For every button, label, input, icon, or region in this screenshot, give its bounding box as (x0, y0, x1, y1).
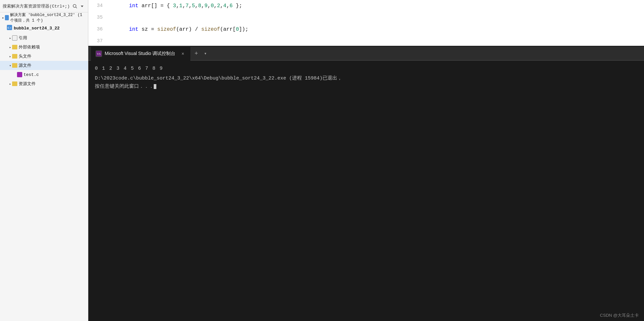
solution-expand-arrow: ▸ (2, 15, 4, 20)
line-gutter-37 (108, 35, 110, 46)
output-close-msg: 按任意键关闭此窗口．．． (95, 82, 637, 91)
code-content-34: int arr[] = { 3,1,7,5,8,9,0,2,4,6 }; (110, 0, 242, 12)
svg-line-1 (76, 7, 77, 8)
line-number-34: 34 (88, 0, 108, 12)
project-label: bubble_sort24_3_22 (14, 26, 60, 31)
sidebar-item-source-files[interactable]: ▾ 源文件 (0, 61, 88, 70)
references-label: 引用 (19, 35, 27, 41)
sidebar-item-resource-files[interactable]: ▸ 资源文件 (0, 79, 88, 88)
console-tab[interactable]: VS Microsoft Visual Studio 调试控制台 × (91, 47, 190, 61)
cursor-blink (154, 84, 156, 89)
search-bar[interactable]: 搜索解决方案资源管理器(Ctrl+;) (0, 0, 88, 12)
output-path: D:\2023code.c\bubble_sort24_3_22\x64\Deb… (95, 74, 637, 83)
solution-label: 解决方案 'bubble_sort24_3_22' (1 个项目，共 1 个) (10, 12, 86, 23)
debug-console: VS Microsoft Visual Studio 调试控制台 × + ▾ 0… (88, 47, 644, 321)
solution-icon (5, 15, 9, 20)
new-tab-button[interactable]: + (192, 49, 201, 58)
line-number-35: 35 (88, 12, 108, 24)
project-icon: C+ (7, 25, 12, 32)
line-number-37: 37 (88, 35, 108, 46)
source-files-icon (12, 63, 17, 68)
references-expand-arrow: ▸ (9, 36, 11, 40)
console-tab-label: Microsoft Visual Studio 调试控制台 (105, 51, 175, 57)
code-editor: 34 int arr[] = { 3,1,7,5,8,9,0,2,4,6 }; … (88, 0, 644, 46)
svg-text:VS: VS (97, 52, 101, 56)
resource-files-arrow: ▸ (9, 82, 11, 86)
code-line-36: 36 int sz = sizeof(arr) / sizeof(arr[0])… (88, 24, 644, 35)
output-numbers: 0 1 2 3 4 5 6 7 8 9 (95, 64, 637, 73)
header-files-arrow: ▸ (9, 54, 11, 59)
solution-explorer-panel: 搜索解决方案资源管理器(Ctrl+;) ▸ 解决方案 'bubble_sort2… (0, 0, 88, 321)
external-deps-label: 外部依赖项 (19, 44, 40, 50)
header-files-icon (12, 54, 17, 59)
test-c-label: test.c (24, 72, 39, 77)
code-content-36: int sz = sizeof(arr) / sizeof(arr[0]); (110, 24, 248, 35)
code-line-35: 35 (88, 12, 644, 24)
svg-text:C+: C+ (8, 26, 11, 29)
code-line-37: 37 (88, 35, 644, 46)
sidebar-item-external-deps[interactable]: ▸ 外部依赖项 (0, 43, 88, 52)
references-icon (12, 35, 17, 41)
watermark: CSDN @大耳朵土卡 (600, 312, 639, 318)
line-number-36: 36 (88, 24, 108, 35)
close-msg-text: 按任意键关闭此窗口．．． (95, 84, 154, 89)
svg-point-0 (73, 4, 76, 7)
sidebar-item-test-c[interactable]: test.c (0, 70, 88, 79)
resource-files-label: 资源文件 (19, 81, 36, 87)
project-item[interactable]: C+ bubble_sort24_3_22 (0, 23, 88, 33)
search-placeholder: 搜索解决方案资源管理器(Ctrl+;) (3, 3, 71, 9)
console-close-button[interactable]: × (180, 51, 186, 57)
search-icon-button[interactable] (71, 2, 79, 10)
tab-dropdown-button[interactable]: ▾ (201, 49, 210, 58)
external-deps-arrow: ▸ (9, 45, 11, 49)
console-titlebar: VS Microsoft Visual Studio 调试控制台 × + ▾ (88, 47, 644, 61)
dropdown-icon[interactable] (79, 3, 85, 9)
vs-debug-icon: VS (96, 50, 102, 57)
external-deps-icon (12, 45, 17, 49)
sidebar-item-references[interactable]: ▸ 引用 (0, 33, 88, 43)
header-files-label: 头文件 (19, 53, 31, 59)
line-gutter-35 (108, 12, 110, 24)
sidebar-item-header-files[interactable]: ▸ 头文件 (0, 52, 88, 61)
source-files-arrow: ▾ (9, 63, 11, 68)
source-files-label: 源文件 (19, 62, 31, 68)
code-line-34: 34 int arr[] = { 3,1,7,5,8,9,0,2,4,6 }; (88, 0, 644, 12)
solution-root-item[interactable]: ▸ 解决方案 'bubble_sort24_3_22' (1 个项目，共 1 个… (0, 12, 88, 23)
test-c-icon (17, 72, 22, 77)
svg-marker-2 (81, 6, 83, 7)
resource-files-icon (12, 81, 17, 86)
console-output: 0 1 2 3 4 5 6 7 8 9 D:\2023code.c\bubble… (88, 61, 644, 321)
